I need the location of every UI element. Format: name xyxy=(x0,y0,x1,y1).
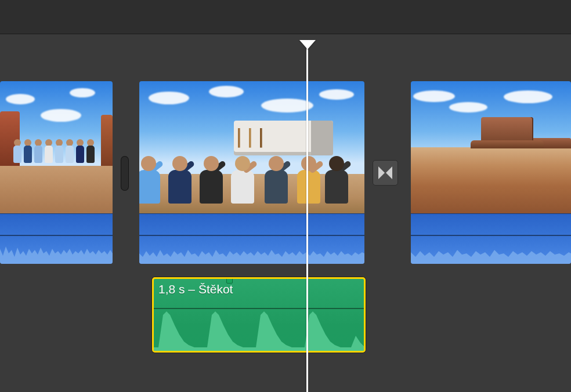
clip-thumbnail xyxy=(411,81,571,213)
svg-marker-0 xyxy=(378,166,385,179)
clip-thumbnail xyxy=(139,81,364,213)
audio-clip-separator: – xyxy=(185,282,198,296)
playhead-marker-icon[interactable] xyxy=(299,40,316,49)
audio-clip-selected[interactable]: 1,8 s – Štěkot xyxy=(152,277,366,353)
audio-clip-waveform[interactable] xyxy=(154,309,364,351)
clip-audio-waveform[interactable] xyxy=(0,213,113,264)
audio-clip-duration: 1,8 s xyxy=(158,282,185,296)
clip-audio-waveform[interactable] xyxy=(411,213,571,264)
playhead[interactable] xyxy=(306,41,308,392)
clip-edge-trim-handle[interactable] xyxy=(121,157,128,190)
transition-icon[interactable] xyxy=(373,160,398,186)
audio-clip-name: Štěkot xyxy=(198,282,233,296)
clip-audio-waveform[interactable] xyxy=(139,213,364,264)
timeline[interactable]: 1,8 s – Štěkot xyxy=(0,0,571,392)
video-clip[interactable] xyxy=(139,81,364,264)
svg-marker-1 xyxy=(386,166,392,179)
video-clip[interactable] xyxy=(0,81,113,264)
video-clip[interactable] xyxy=(411,81,571,264)
clip-thumbnail xyxy=(0,81,113,213)
audio-clip-label: 1,8 s – Štěkot xyxy=(158,282,233,296)
